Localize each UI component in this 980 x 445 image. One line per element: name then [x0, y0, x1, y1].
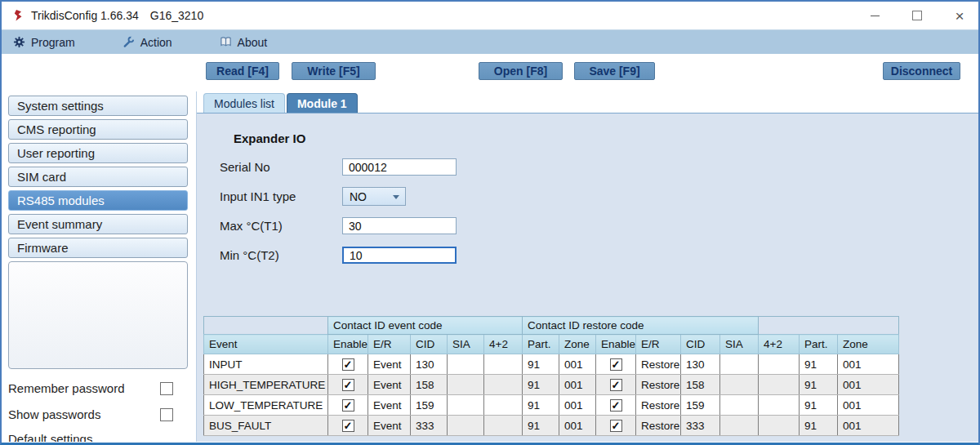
- cell-part[interactable]: 91: [800, 375, 838, 395]
- sidebar-item-label: User reporting: [17, 146, 95, 160]
- cell-sia[interactable]: [720, 375, 759, 395]
- enable-checkbox[interactable]: [610, 420, 622, 432]
- cell-part[interactable]: 91: [523, 395, 559, 416]
- serial-no-input[interactable]: [342, 158, 457, 176]
- enable-checkbox[interactable]: [610, 379, 622, 391]
- enable-checkbox[interactable]: [342, 358, 354, 371]
- cell-4-2[interactable]: [759, 375, 800, 395]
- chevron-down-icon: [393, 195, 399, 199]
- cell-sia[interactable]: [448, 395, 484, 416]
- enable-checkbox[interactable]: [342, 379, 354, 391]
- max-temp-input[interactable]: [342, 217, 457, 234]
- maximize-icon[interactable]: [910, 8, 924, 23]
- close-icon[interactable]: [952, 8, 967, 23]
- cell-zone[interactable]: 001: [559, 416, 596, 436]
- window-controls: [867, 2, 967, 29]
- cell-sia[interactable]: [720, 395, 759, 416]
- open-button[interactable]: Open [F8]: [479, 62, 563, 80]
- cell-cid[interactable]: 158: [411, 375, 448, 395]
- enable-checkbox[interactable]: [610, 399, 622, 412]
- title-bar: TrikdisConfig 1.66.34 G16_3210: [2, 2, 978, 29]
- cell-4-2[interactable]: [484, 416, 523, 436]
- sidebar-item-user-reporting[interactable]: User reporting: [8, 143, 188, 163]
- cell-zone[interactable]: 001: [559, 395, 596, 416]
- menu-item-program[interactable]: Program: [13, 36, 75, 49]
- cell-cid[interactable]: 159: [681, 395, 720, 416]
- max-temp-label: Max °C(T1): [220, 219, 342, 233]
- cell-e-r[interactable]: Event: [368, 375, 411, 395]
- cell-e-r[interactable]: Restore: [636, 375, 681, 395]
- sidebar-item-firmware[interactable]: Firmware: [8, 238, 188, 258]
- cell-zone[interactable]: 001: [838, 416, 899, 436]
- cell-zone[interactable]: 001: [838, 375, 899, 395]
- cell-zone[interactable]: 001: [838, 354, 899, 375]
- column-header-zone: Zone: [838, 335, 899, 354]
- cell-sia[interactable]: [720, 416, 759, 436]
- minimize-icon[interactable]: [867, 8, 882, 23]
- sidebar-item-rs485-modules[interactable]: RS485 modules: [8, 190, 188, 211]
- menu-item-action[interactable]: Action: [122, 36, 172, 49]
- menu-item-about[interactable]: About: [220, 36, 268, 49]
- show-passwords-checkbox[interactable]: [160, 408, 173, 421]
- enable-checkbox[interactable]: [610, 358, 622, 371]
- cell-4-2[interactable]: [759, 395, 800, 416]
- cell-sia[interactable]: [720, 354, 759, 375]
- menu-item-label: Action: [140, 36, 172, 49]
- cell-4-2[interactable]: [759, 416, 800, 436]
- cell-4-2[interactable]: [484, 395, 523, 416]
- cell-e-r[interactable]: Restore: [636, 354, 681, 375]
- sidebar-item-sim-card[interactable]: SIM card: [8, 167, 188, 187]
- read-button[interactable]: Read [F4]: [206, 62, 279, 80]
- column-header-part: Part.: [800, 335, 838, 354]
- cell-e-r[interactable]: Restore: [636, 395, 681, 416]
- cell-4-2[interactable]: [484, 375, 523, 395]
- cell-e-r[interactable]: Event: [368, 395, 411, 416]
- cell-cid[interactable]: 333: [681, 416, 720, 436]
- cell-zone[interactable]: 001: [838, 395, 899, 416]
- tab-module-1[interactable]: Module 1: [287, 93, 358, 113]
- sidebar-item-cms-reporting[interactable]: CMS reporting: [8, 119, 188, 140]
- cell-enable: [328, 395, 368, 416]
- sidebar-item-event-summary[interactable]: Event summary: [8, 214, 188, 234]
- cell-cid[interactable]: 130: [681, 354, 720, 375]
- cell-zone[interactable]: 001: [559, 375, 596, 395]
- min-temp-input[interactable]: [342, 247, 457, 264]
- cell-cid[interactable]: 333: [411, 416, 448, 436]
- enable-checkbox[interactable]: [342, 399, 354, 412]
- input-in1-type-select[interactable]: NO: [342, 187, 406, 206]
- cell-sia[interactable]: [448, 416, 484, 436]
- tab-modules-list[interactable]: Modules list: [203, 93, 285, 113]
- cell-part[interactable]: 91: [800, 395, 838, 416]
- save-button[interactable]: Save [F9]: [574, 62, 655, 80]
- cell-cid[interactable]: 159: [411, 395, 448, 416]
- column-header-enable: Enable: [596, 335, 636, 354]
- cell-sia[interactable]: [448, 375, 484, 395]
- cell-part[interactable]: 91: [800, 416, 838, 436]
- sidebar-nav: System settingsCMS reportingUser reporti…: [8, 96, 188, 258]
- group-header-contact-id-event-code: Contact ID event code: [328, 317, 523, 335]
- cell-sia[interactable]: [448, 354, 484, 375]
- show-passwords-row: Show passwords: [8, 407, 173, 421]
- cell-cid[interactable]: 130: [411, 354, 448, 375]
- cell-cid[interactable]: 158: [681, 375, 720, 395]
- cell-e-r[interactable]: Restore: [636, 416, 681, 436]
- cell-enable: [596, 395, 636, 416]
- write-button[interactable]: Write [F5]: [292, 62, 376, 80]
- table-row: INPUTEvent13091001Restore13091001: [204, 354, 899, 375]
- cell-zone[interactable]: 001: [559, 354, 596, 375]
- max-temp-row: Max °C(T1): [220, 217, 457, 234]
- cell-part[interactable]: 91: [523, 375, 559, 395]
- cell-4-2[interactable]: [484, 354, 523, 375]
- cell-part[interactable]: 91: [523, 416, 559, 436]
- cell-e-r[interactable]: Event: [368, 354, 411, 375]
- enable-checkbox[interactable]: [342, 420, 354, 432]
- sidebar-item-system-settings[interactable]: System settings: [8, 96, 188, 116]
- cell-e-r[interactable]: Event: [368, 416, 411, 436]
- cell-4-2[interactable]: [759, 354, 800, 375]
- cell-part[interactable]: 91: [523, 354, 559, 375]
- cell-part[interactable]: 91: [800, 354, 838, 375]
- gear-icon: [13, 36, 25, 48]
- remember-password-checkbox[interactable]: [160, 382, 173, 395]
- table-header-row: EventEnableE/RCIDSIA4+2Part.ZoneEnableE/…: [204, 335, 899, 354]
- disconnect-button[interactable]: Disconnect: [883, 62, 960, 80]
